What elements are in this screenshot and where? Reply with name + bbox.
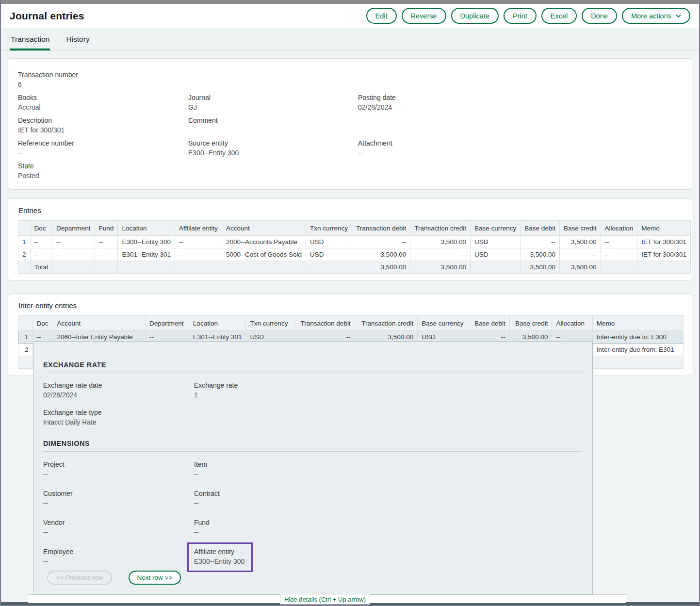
column-header: Allocation — [601, 221, 637, 236]
field-value: -- — [194, 528, 583, 537]
tab-history[interactable]: History — [65, 28, 90, 50]
field-value: -- — [194, 499, 583, 508]
field-posting-date: Posting date 02/28/2024 — [358, 93, 684, 112]
column-header: Txn currency — [306, 221, 352, 236]
field-value: 1 — [194, 391, 583, 400]
field-value: E300--Entity 300 — [188, 148, 358, 158]
column-header: Memo — [637, 221, 691, 236]
field-label: Contract — [194, 489, 583, 498]
field-state: State Posted — [18, 162, 188, 180]
column-header: Account — [53, 316, 146, 331]
reverse-button[interactable]: Reverse — [402, 8, 446, 24]
column-header: Department — [52, 221, 95, 236]
field-exchange-rate: Exchange rate 1 — [194, 381, 583, 400]
divider — [43, 373, 583, 373]
field-vendor: Vendor -- — [43, 518, 194, 537]
column-header — [18, 221, 31, 236]
previous-row-button[interactable]: << Previous row — [47, 571, 112, 585]
transaction-details-card: Transaction number 6 Books Accrual Journ… — [8, 58, 692, 190]
field-exchange-rate-type: Exchange rate type Intacct Daily Rate — [43, 408, 194, 427]
field-attachment: Attachment -- — [358, 139, 684, 158]
field-books: Books Accrual — [18, 93, 188, 112]
field-value: GJ — [188, 103, 358, 112]
entries-table: DocDepartmentFundLocationAffiliate entit… — [18, 220, 691, 274]
column-header: Allocation — [552, 316, 592, 331]
field-label: Journal — [188, 93, 358, 102]
field-reference-number: Reference number -- — [18, 139, 188, 158]
field-value: -- — [43, 499, 194, 508]
field-value: Posted — [18, 171, 188, 180]
field-label: Description — [18, 116, 188, 125]
field-label: Vendor — [43, 518, 194, 527]
field-contract: Contract -- — [194, 489, 583, 508]
divider — [43, 451, 583, 452]
column-header: Memo — [592, 316, 683, 331]
field-comment: Comment — [188, 116, 358, 135]
field-fund: Fund -- — [194, 518, 583, 537]
field-transaction-number: Transaction number 6 — [18, 70, 188, 89]
hide-details-tab[interactable]: Hide details (Ctrl + Up arrow) — [280, 594, 370, 605]
field-value: 02/28/2024 — [358, 103, 684, 112]
field-label: Transaction number — [18, 70, 188, 80]
field-label: Project — [43, 460, 194, 469]
field-value: -- — [43, 470, 194, 479]
edit-button[interactable]: Edit — [366, 8, 397, 24]
row-navigation: << Previous row Next row >> — [47, 571, 181, 585]
field-label: Exchange rate type — [43, 408, 194, 417]
entries-title: Entries — [18, 206, 684, 214]
column-header: Base credit — [509, 316, 552, 331]
field-label: Employee — [43, 547, 194, 557]
field-employee: Employee -- — [43, 547, 194, 572]
field-label: Reference number — [18, 139, 188, 148]
field-item: Item -- — [194, 460, 583, 479]
column-header: Transaction credit — [410, 221, 471, 236]
field-label: Attachment — [358, 139, 684, 148]
column-header — [18, 316, 33, 331]
column-header: Transaction debit — [295, 316, 355, 331]
more-actions-button[interactable]: More actions — [622, 8, 690, 24]
field-label: Source entity — [188, 139, 358, 148]
duplicate-button[interactable]: Duplicate — [451, 8, 499, 24]
next-row-button[interactable]: Next row >> — [129, 571, 181, 585]
window-top-edge — [1, 0, 699, 4]
column-header: Location — [189, 316, 246, 331]
page-title: Journal entries — [10, 10, 84, 22]
column-header: Base currency — [470, 221, 520, 236]
done-button[interactable]: Done — [582, 8, 617, 24]
journal-entries-page: Journal entries Edit Reverse Duplicate P… — [0, 0, 700, 606]
field-value: E300--Entity 300 — [194, 557, 244, 566]
field-value — [188, 126, 358, 135]
field-value: 6 — [18, 80, 188, 89]
field-label: Customer — [43, 489, 194, 498]
column-header: Transaction debit — [352, 221, 410, 236]
table-row[interactable]: Total3,500.003,500.003,500.003,500.00 — [18, 261, 691, 274]
field-source-entity: Source entity E300--Entity 300 — [188, 139, 358, 158]
table-row[interactable]: 1------E300--Entity 300--2000--Accounts … — [18, 236, 691, 248]
field-label: Comment — [188, 116, 358, 125]
field-value: IET for 300/301 — [18, 126, 188, 135]
column-header: Base debit — [521, 221, 560, 236]
column-header: Doc — [30, 221, 52, 236]
column-header: Base debit — [470, 316, 509, 331]
column-header: Base credit — [560, 221, 601, 236]
column-header: Doc — [33, 316, 53, 331]
field-description: Description IET for 300/301 — [18, 116, 188, 135]
column-header: Location — [118, 221, 175, 236]
print-button[interactable]: Print — [504, 8, 537, 24]
table-row[interactable]: 2------E301--Entity 301--5000--Cost of G… — [18, 248, 691, 261]
field-label: Item — [194, 460, 583, 469]
field-label: Posting date — [358, 93, 684, 102]
excel-button[interactable]: Excel — [541, 8, 577, 24]
affiliate-entity-highlight: Affiliate entity E300--Entity 300 — [187, 542, 253, 572]
entries-card: Entries DocDepartmentFundLocationAffilia… — [8, 198, 692, 281]
page-header: Journal entries Edit Reverse Duplicate P… — [1, 4, 699, 28]
field-affiliate-entity: Affiliate entity E300--Entity 300 — [194, 547, 583, 572]
field-label: Affiliate entity — [194, 547, 244, 557]
field-value: 02/28/2024 — [43, 391, 194, 400]
field-customer: Customer -- — [43, 489, 194, 508]
field-label: Books — [18, 93, 188, 102]
tab-transaction[interactable]: Transaction — [10, 28, 50, 50]
dimensions-heading: DIMENSIONS — [43, 440, 583, 447]
field-label: Exchange rate date — [43, 381, 194, 390]
action-button-group: Edit Reverse Duplicate Print Excel Done … — [366, 8, 690, 24]
